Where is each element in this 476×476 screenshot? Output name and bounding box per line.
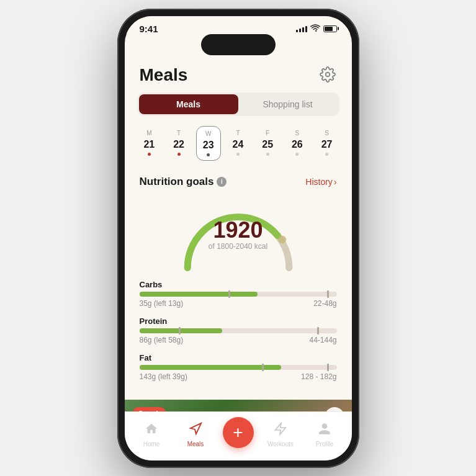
svg-point-0 <box>325 72 330 76</box>
app-header: Meals <box>125 55 352 90</box>
day-of-week: F <box>266 130 269 137</box>
nutrition-title: Nutrition goals i <box>140 176 227 188</box>
nutrition-title-text: Nutrition goals <box>140 176 214 188</box>
nav-label-home: Home <box>143 441 160 447</box>
snack-card[interactable]: Snack ♥ <box>125 400 352 411</box>
nav-icon-profile <box>318 422 331 439</box>
nav-label-workouts: Workouts <box>267 441 294 447</box>
nav-item-home[interactable]: Home <box>135 422 169 447</box>
day-number: 24 <box>233 139 244 150</box>
phone-frame: 9:41 <box>117 9 359 468</box>
day-number: 21 <box>143 139 155 150</box>
macro-values: 86g (left 58g) 44-144g <box>140 336 337 344</box>
macro-bar-fill <box>140 328 223 333</box>
dynamic-island <box>201 34 276 55</box>
info-icon[interactable]: i <box>217 177 227 187</box>
gauge-center: 1920 of 1800-2040 kcal <box>209 218 267 251</box>
day-of-week: W <box>205 130 211 137</box>
calendar-day-26[interactable]: S 26 <box>285 126 310 161</box>
macro-range-start <box>262 364 264 371</box>
nav-label-meals: Meals <box>187 441 204 447</box>
page-title: Meals <box>140 65 188 85</box>
day-dot <box>148 153 151 156</box>
battery-icon <box>323 25 337 32</box>
macro-range: 44-144g <box>309 336 336 344</box>
macro-range-end <box>317 327 319 335</box>
calendar-day-21[interactable]: M 21 <box>137 126 161 161</box>
calendar-day-24[interactable]: T 24 <box>225 126 250 161</box>
macro-current: 35g (left 13g) <box>140 299 184 308</box>
bottom-nav: HomeMeals+WorkoutsProfile <box>125 411 352 460</box>
day-dot <box>207 153 210 156</box>
settings-icon[interactable] <box>320 66 337 84</box>
svg-point-1 <box>278 235 286 243</box>
snack-label: Snack <box>132 407 166 411</box>
nav-icon-workouts <box>274 422 287 439</box>
calendar-day-27[interactable]: S 27 <box>315 126 339 161</box>
macro-bar-fill <box>140 365 282 370</box>
nav-label-profile: Profile <box>316 441 333 447</box>
macro-bar-bg <box>140 365 337 370</box>
calendar-day-25[interactable]: F 25 <box>255 126 280 161</box>
day-dot <box>236 153 240 156</box>
nav-item-workouts[interactable]: Workouts <box>264 422 298 447</box>
macro-label: Fat <box>140 353 337 362</box>
day-number: 26 <box>292 139 303 150</box>
nav-icon-meals <box>189 422 202 439</box>
add-button[interactable]: + <box>223 417 254 448</box>
macro-values: 143g (left 39g) 128 - 182g <box>140 372 337 381</box>
macro-bar-bg <box>140 328 337 333</box>
day-dot <box>177 153 181 156</box>
macro-range: 22-48g <box>313 299 336 308</box>
nav-item-meals[interactable]: Meals <box>179 422 213 447</box>
macro-item-carbs: Carbs 35g (left 13g) 22-48g <box>140 280 337 308</box>
phone-screen: 9:41 <box>125 16 352 460</box>
app-content[interactable]: Meals Meals Shopping list M 21 T 22 <box>125 55 352 411</box>
macro-current: 86g (left 58g) <box>140 336 184 344</box>
calorie-value: 1920 <box>209 218 267 243</box>
status-time: 9:41 <box>140 24 158 34</box>
calorie-range: of 1800-2040 kcal <box>209 242 267 251</box>
macro-range-end <box>327 364 329 371</box>
day-number: 25 <box>262 139 273 150</box>
macro-range-end <box>327 290 329 298</box>
battery-fill <box>325 27 333 31</box>
status-icons <box>296 24 337 34</box>
day-of-week: M <box>146 130 151 137</box>
macro-range-start <box>179 327 181 335</box>
calendar-day-23[interactable]: W 23 <box>196 126 221 161</box>
tab-meals[interactable]: Meals <box>139 94 238 114</box>
signal-icon <box>296 25 307 32</box>
day-number: 27 <box>321 139 333 150</box>
wifi-icon <box>310 24 320 34</box>
day-dot <box>325 153 328 156</box>
tab-shopping[interactable]: Shopping list <box>238 94 338 114</box>
day-of-week: S <box>325 130 329 137</box>
gauge-container: 1920 of 1800-2040 kcal <box>125 193 352 274</box>
status-bar: 9:41 <box>125 16 352 34</box>
macro-range: 128 - 182g <box>301 372 336 381</box>
nav-icon-home <box>145 422 158 439</box>
macro-values: 35g (left 13g) 22-48g <box>140 299 337 308</box>
macro-item-protein: Protein 86g (left 58g) 44-144g <box>140 317 337 344</box>
day-of-week: T <box>236 130 240 137</box>
macro-current: 143g (left 39g) <box>140 372 187 381</box>
macro-range-start <box>228 290 230 298</box>
macro-label: Carbs <box>140 280 337 289</box>
macro-item-fat: Fat 143g (left 39g) 128 - 182g <box>140 353 337 381</box>
day-dot <box>295 153 299 156</box>
macro-label: Protein <box>140 317 337 326</box>
nutrition-header: Nutrition goals i History › <box>125 171 352 193</box>
nav-item-profile[interactable]: Profile <box>308 422 342 447</box>
macro-bar-bg <box>140 292 337 297</box>
macro-bar-fill <box>140 292 258 297</box>
day-of-week: S <box>295 130 300 137</box>
calendar-strip: M 21 T 22 W 23 T 24 F 25 S 26 S 27 <box>125 126 352 171</box>
tab-bar: Meals Shopping list <box>137 92 339 116</box>
day-of-week: T <box>177 130 181 137</box>
history-link[interactable]: History › <box>305 177 336 187</box>
calendar-day-22[interactable]: T 22 <box>166 126 191 161</box>
day-dot <box>266 153 269 156</box>
day-number: 22 <box>173 139 184 150</box>
macros-section: Carbs 35g (left 13g) 22-48g Protein 86g … <box>125 274 352 400</box>
